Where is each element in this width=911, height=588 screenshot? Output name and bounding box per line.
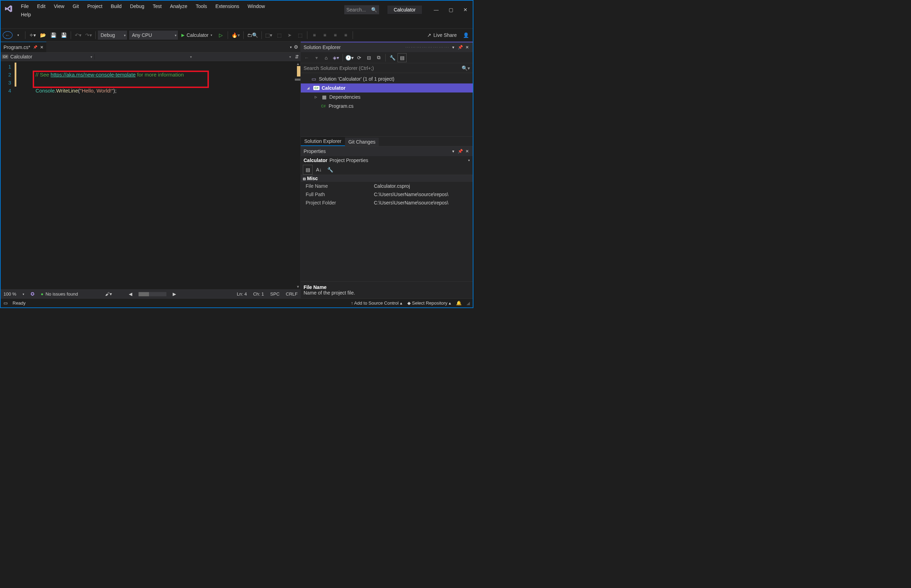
output-pane-icon[interactable]: ▭ xyxy=(3,300,8,306)
scroll-up-icon[interactable]: ▲ xyxy=(296,62,300,66)
menu-build[interactable]: Build xyxy=(107,2,126,10)
menu-edit[interactable]: Edit xyxy=(33,2,50,10)
indent-button[interactable]: ≡ xyxy=(320,30,330,40)
se-properties-icon[interactable]: 🔧 xyxy=(388,53,397,62)
hscroll-right-icon[interactable]: ▶ xyxy=(173,291,176,297)
tree-solution[interactable]: ▭ Solution 'Calculator' (1 of 1 project) xyxy=(301,74,473,84)
code-area[interactable]: // See https://aka.ms/new-console-templa… xyxy=(36,61,295,289)
tree-dependencies[interactable]: ▷ ▦ Dependencies xyxy=(301,92,473,102)
indent-mode[interactable]: SPC xyxy=(270,291,280,297)
tb-icon-3[interactable]: ➤ xyxy=(285,30,295,40)
notifications-icon[interactable]: 🔔 xyxy=(456,300,462,306)
menu-project[interactable]: Project xyxy=(83,2,107,10)
menu-debug[interactable]: Debug xyxy=(126,2,148,10)
se-search-input[interactable]: Search Solution Explorer (Ctrl+;) 🔍▾ xyxy=(301,63,473,73)
wrench-icon[interactable]: 🔧 xyxy=(325,165,335,174)
se-refresh-icon[interactable]: ⟳ xyxy=(355,53,364,62)
intellicode-icon[interactable]: ✪ xyxy=(31,291,34,297)
menu-tools[interactable]: Tools xyxy=(191,2,211,10)
code-editor[interactable]: 1 2 3 4 // See https://aka.ms/new-consol… xyxy=(1,61,300,289)
live-share-button[interactable]: ↗ Live Share xyxy=(424,32,460,38)
nav-project-dropdown[interactable]: C# Calculator xyxy=(1,54,95,60)
zoom-drop-icon[interactable]: ▾ xyxy=(23,292,24,296)
issues-indicator[interactable]: ● No issues found xyxy=(41,291,78,297)
se-showall-icon[interactable]: ⧉ xyxy=(374,53,383,62)
zoom-level[interactable]: 100 % xyxy=(3,291,16,297)
menu-view[interactable]: View xyxy=(50,2,68,10)
tab-close-icon[interactable]: ✕ xyxy=(40,45,44,50)
config-dropdown[interactable]: Debug xyxy=(98,31,127,40)
tree-project[interactable]: ◢ C# Calculator xyxy=(301,84,473,92)
panel-drop-icon[interactable]: ▾ xyxy=(450,45,457,50)
properties-header[interactable]: Properties ▾ 📌 ✕ xyxy=(301,146,473,156)
maximize-button[interactable]: ▢ xyxy=(444,5,458,15)
category-misc[interactable]: ⊟Misc xyxy=(301,175,473,182)
tab-solution-explorer[interactable]: Solution Explorer xyxy=(301,137,345,146)
minimize-button[interactable]: — xyxy=(429,5,444,15)
brush-icon[interactable]: 🖌▾ xyxy=(105,291,112,297)
menu-window[interactable]: Window xyxy=(243,2,269,10)
se-preview-icon[interactable]: ▤ xyxy=(397,53,407,62)
platform-dropdown[interactable]: Any CPU xyxy=(129,31,178,40)
account-button[interactable]: 👤 xyxy=(461,30,471,40)
close-button[interactable]: ✕ xyxy=(458,5,473,15)
new-item-button[interactable]: ✧▾ xyxy=(28,30,37,40)
panel-close-icon[interactable]: ✕ xyxy=(464,45,471,50)
categorize-icon[interactable]: ▤ xyxy=(303,165,313,174)
tab-overflow-icon[interactable]: ▾ xyxy=(290,45,292,49)
se-switch-icon[interactable]: ◈▾ xyxy=(331,53,340,62)
undo-button[interactable]: ↶▾ xyxy=(73,30,83,40)
panel-close-icon[interactable]: ✕ xyxy=(464,149,471,154)
tab-program-cs[interactable]: Program.cs* 📌 ✕ xyxy=(1,42,46,52)
uncomment-button[interactable]: ≡ xyxy=(341,30,350,40)
panel-pin-icon[interactable]: 📌 xyxy=(457,45,464,50)
eol-mode[interactable]: CRLF xyxy=(286,291,298,297)
nav-back-drop[interactable]: ▾ xyxy=(13,30,23,40)
solution-explorer-header[interactable]: Solution Explorer ⋯⋯⋯⋯⋯⋯⋯⋯ ▾ 📌 ✕ xyxy=(301,42,473,52)
tree-file-program[interactable]: C# Program.cs xyxy=(301,102,473,111)
se-history-icon[interactable]: 🕐▾ xyxy=(345,53,354,62)
redo-button[interactable]: ↷▾ xyxy=(84,30,93,40)
panel-pin-icon[interactable]: 📌 xyxy=(457,149,464,154)
menu-test[interactable]: Test xyxy=(149,2,166,10)
start-nodebug-button[interactable]: ▷ xyxy=(216,30,225,40)
pin-icon[interactable]: 📌 xyxy=(33,45,37,49)
outdent-button[interactable]: ≡ xyxy=(310,30,319,40)
menu-analyze[interactable]: Analyze xyxy=(166,2,191,10)
open-button[interactable]: 📂 xyxy=(38,30,48,40)
menu-extensions[interactable]: Extensions xyxy=(211,2,243,10)
split-icon[interactable]: ⇵ xyxy=(293,54,300,60)
collapse-icon[interactable]: ⊟ xyxy=(303,177,306,181)
nav-back-button[interactable]: ← xyxy=(3,31,13,39)
find-in-files-button[interactable]: 🗀🔍 xyxy=(246,30,259,40)
menu-file[interactable]: File xyxy=(17,2,33,10)
hscroll-left-icon[interactable]: ◀ xyxy=(129,291,132,297)
se-collapse-icon[interactable]: ⊟ xyxy=(365,53,373,62)
comment-button[interactable]: ≡ xyxy=(331,30,340,40)
scroll-down-icon[interactable]: ▼ xyxy=(296,285,300,289)
search-input[interactable]: Search... 🔍 xyxy=(344,5,379,14)
expand-icon[interactable]: ▷ xyxy=(315,95,319,99)
expand-icon[interactable]: ◢ xyxy=(307,86,311,90)
tab-settings-icon[interactable]: ⚙ xyxy=(294,44,298,50)
start-debug-button[interactable]: ▶ Calculator ▾ xyxy=(178,30,215,40)
tb-icon-4[interactable]: ⬚ xyxy=(295,30,305,40)
properties-subject[interactable]: Calculator Project Properties ▾ xyxy=(301,156,473,165)
hot-reload-button[interactable]: 🔥▾ xyxy=(230,30,241,40)
chevron-down-icon[interactable]: ▾ xyxy=(468,158,470,162)
save-all-button[interactable]: 💾 xyxy=(59,30,68,40)
se-back-icon[interactable]: ← xyxy=(302,53,311,62)
tab-git-changes[interactable]: Git Changes xyxy=(345,138,379,146)
tb-icon-1[interactable]: ⬚▾ xyxy=(264,30,274,40)
save-button[interactable]: 💾 xyxy=(49,30,58,40)
tb-icon-2[interactable]: ⬚ xyxy=(274,30,284,40)
prop-row-fullpath[interactable]: Full PathC:\Users\UserName\source\repos\ xyxy=(301,190,473,199)
hscrollbar[interactable] xyxy=(139,292,166,296)
source-control-button[interactable]: ↑ Add to Source Control ▴ xyxy=(351,300,402,306)
select-repo-button[interactable]: ◆ Select Repository ▴ xyxy=(407,300,451,306)
panel-drop-icon[interactable]: ▾ xyxy=(450,149,457,154)
prop-row-filename[interactable]: File NameCalculator.csproj xyxy=(301,182,473,190)
alpha-sort-icon[interactable]: A↓ xyxy=(314,165,324,174)
se-home-icon[interactable]: ⌂ xyxy=(322,53,331,62)
menu-help[interactable]: Help xyxy=(17,10,35,19)
